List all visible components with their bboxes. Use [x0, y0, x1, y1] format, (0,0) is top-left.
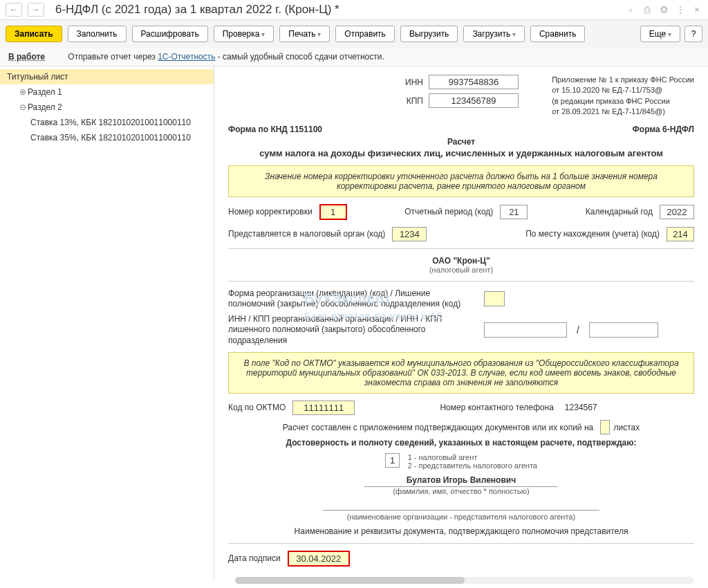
subtitle: Расчет [228, 137, 694, 147]
phone-field[interactable]: 1234567 [561, 401, 616, 414]
compare-button[interactable]: Сравнить [530, 26, 585, 42]
rep-sub: (наименование организации - представител… [228, 513, 694, 521]
tree-rate13[interactable]: Ставка 13%, КБК 18210102010011000110 [0, 115, 214, 130]
send-button[interactable]: Отправить [335, 26, 395, 42]
window-title: 6-НДФЛ (с 2021 года) за 1 квартал 2022 г… [50, 3, 620, 17]
export-button[interactable]: Выгрузить [400, 26, 458, 42]
save-icon[interactable]: ▫ [625, 4, 636, 15]
settings-icon[interactable]: ⚙ [658, 4, 669, 15]
date-field[interactable]: 30.04.2022 [288, 551, 350, 567]
signer-name[interactable]: Булатов Игорь Виленович [364, 475, 558, 487]
decode-button[interactable]: Расшифровать [132, 26, 208, 42]
signer-sub: (фамилия, имя, отчество * полностью) [228, 487, 694, 495]
nav-back-button[interactable]: ← [6, 3, 22, 17]
org-sub: (налоговый агент) [228, 266, 694, 274]
reorg-label: Форма реорганизации (ликвидация) (код) /… [228, 288, 477, 310]
close-icon[interactable]: × [691, 4, 702, 15]
print-button[interactable]: Печать [279, 26, 330, 42]
reorg-inn-field[interactable] [484, 322, 567, 338]
oktmo-field[interactable]: 11111111 [292, 401, 355, 415]
info-text: Отправьте отчет через 1С-Отчетность - са… [68, 52, 384, 62]
confirm-label: Достоверность и полноту сведений, указан… [228, 438, 694, 448]
period-label: Отчетный период (код) [404, 207, 493, 217]
inn-label: ИНН [405, 77, 423, 87]
taxorg-field[interactable]: 1234 [392, 227, 427, 241]
agent-type-field[interactable]: 1 [385, 453, 400, 468]
knd-label: Форма по КНД 1151100 [228, 125, 322, 134]
check-button[interactable]: Проверка [214, 26, 274, 42]
inn-field[interactable]: 9937548836 [429, 75, 519, 89]
sidebar: Титульный лист ⊕Раздел 1 ⊖Раздел 2 Ставк… [0, 66, 214, 580]
kpp-field[interactable]: 123456789 [429, 93, 519, 108]
rep-org-line[interactable] [323, 501, 599, 511]
import-button[interactable]: Загрузить [463, 26, 525, 42]
tree-rate35[interactable]: Ставка 35%, КБК 18210102010011000110 [0, 130, 214, 145]
reorg-kpp-field[interactable] [589, 322, 658, 338]
formname-label: Форма 6-НДФЛ [633, 125, 694, 134]
pages-label1: Расчет составлен с приложением подтвержд… [283, 423, 593, 432]
tree-title-page[interactable]: Титульный лист [0, 69, 214, 84]
fill-button[interactable]: Заполнить [68, 26, 127, 42]
note-correction: Значение номера корректировки уточненног… [228, 165, 694, 197]
reorg-inn-label: ИНН / КПП реорганизованной организации /… [228, 314, 477, 347]
corr-label: Номер корректировки [228, 207, 313, 217]
expand-icon: ⊕ [19, 87, 28, 97]
help-button[interactable]: ? [684, 26, 702, 42]
main-form: ИНН 9937548836 КПП 123456789 Приложение … [214, 66, 708, 580]
pages-field[interactable] [600, 420, 610, 434]
period-field[interactable]: 21 [500, 205, 528, 219]
corr-field[interactable]: 1 [319, 204, 347, 220]
note-oktmo: В поле "Код по ОКТМО" указывается код му… [228, 352, 694, 394]
print-icon[interactable]: ⎙ [642, 4, 653, 15]
doc-title: Наименование и реквизиты документа, подт… [228, 526, 694, 536]
menu-icon[interactable]: ⋮ [675, 4, 686, 15]
reporting-link[interactable]: 1С-Отчетность [158, 52, 215, 62]
record-button[interactable]: Записать [6, 26, 62, 42]
status-link[interactable]: В работе [8, 52, 45, 62]
reorg-code-field[interactable] [484, 291, 505, 306]
kpp-label: КПП [407, 96, 423, 106]
horizontal-scrollbar[interactable] [235, 577, 694, 584]
loc-field[interactable]: 214 [667, 227, 694, 241]
taxorg-label: Представляется в налоговый орган (код) [228, 229, 385, 239]
collapse-icon: ⊖ [19, 102, 28, 112]
phone-label: Номер контактного телефона [440, 403, 553, 412]
more-button[interactable]: Еще [640, 26, 680, 42]
subtitle2: сумм налога на доходы физических лиц, ис… [228, 148, 694, 158]
oktmo-label: Код по ОКТМО [228, 403, 286, 412]
year-label: Календарный год [586, 207, 653, 217]
nav-forward-button[interactable]: → [28, 3, 44, 17]
pages-label2: листах [614, 423, 640, 432]
date-label: Дата подписи [228, 553, 281, 563]
tree-section2[interactable]: ⊖Раздел 2 [0, 100, 214, 115]
annex-text: Приложение № 1 к приказу ФНС России от 1… [552, 75, 694, 118]
loc-label: По месту нахождения (учета) (код) [525, 229, 660, 239]
tree-section1[interactable]: ⊕Раздел 1 [0, 84, 214, 100]
year-field[interactable]: 2022 [660, 205, 694, 219]
org-name: ОАО "Крон-Ц" [228, 256, 694, 266]
